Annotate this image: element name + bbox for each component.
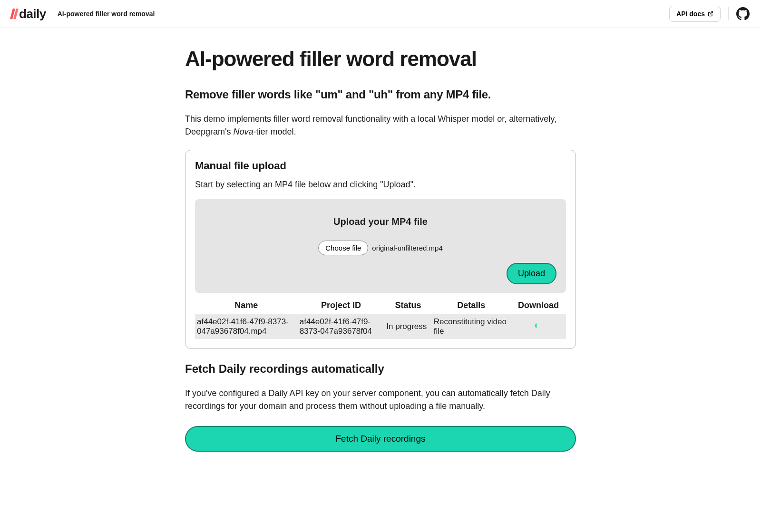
header-right: API docs — [669, 6, 750, 22]
table-header-row: Name Project ID Status Details Download — [195, 297, 566, 314]
fetch-section-title: Fetch Daily recordings automatically — [185, 362, 576, 376]
page-subtitle: Remove filler words like "um" and "uh" f… — [185, 88, 576, 101]
spinner-icon — [535, 322, 542, 329]
upload-card: Manual file upload Start by selecting an… — [185, 150, 576, 349]
github-icon — [736, 7, 750, 20]
upload-button[interactable]: Upload — [507, 263, 556, 284]
api-docs-button[interactable]: API docs — [669, 6, 721, 22]
uploads-table: Name Project ID Status Details Download … — [195, 297, 566, 339]
choose-file-button[interactable]: Choose file — [318, 241, 368, 255]
page-description: This demo implements filler word removal… — [185, 113, 576, 138]
divider — [728, 7, 729, 20]
main-container: AI-powered filler word removal Remove fi… — [174, 28, 587, 480]
upload-card-title: Manual file upload — [195, 160, 566, 172]
th-download: Download — [511, 297, 566, 314]
fetch-recordings-button[interactable]: Fetch Daily recordings — [185, 426, 576, 452]
th-project-id: Project ID — [298, 297, 385, 314]
upload-instruction: Start by selecting an MP4 file below and… — [195, 180, 566, 190]
table-row: af44e02f-41f6-47f9-8373-047a93678f04.mp4… — [195, 314, 566, 339]
external-link-icon — [708, 11, 713, 17]
header-left: daily AI-powered filler word removal — [11, 7, 155, 21]
cell-name: af44e02f-41f6-47f9-8373-047a93678f04.mp4 — [195, 314, 298, 339]
th-details: Details — [432, 297, 511, 314]
logo[interactable]: daily — [11, 7, 46, 21]
file-input-row: Choose file original-unfiltered.mp4 — [318, 241, 442, 255]
upload-label: Upload your MP4 file — [333, 216, 428, 227]
description-em: Nova — [233, 127, 253, 136]
fetch-section-text: If you've configured a Daily API key on … — [185, 387, 576, 413]
description-post: -tier model. — [254, 127, 296, 136]
logo-text: daily — [19, 7, 46, 21]
cell-status: In progress — [384, 314, 432, 339]
page-title: AI-powered filler word removal — [185, 47, 576, 71]
header-subtitle: AI-powered filler word removal — [58, 10, 155, 18]
upload-box: Upload your MP4 file Choose file origina… — [195, 199, 566, 293]
th-status: Status — [384, 297, 432, 314]
header: daily AI-powered filler word removal API… — [0, 0, 761, 28]
th-name: Name — [195, 297, 298, 314]
cell-details: Reconstituting video file — [432, 314, 511, 339]
selected-file-name: original-unfiltered.mp4 — [372, 244, 442, 252]
cell-download — [511, 314, 566, 339]
api-docs-label: API docs — [676, 10, 705, 18]
svg-line-0 — [710, 12, 713, 15]
github-link[interactable] — [736, 7, 750, 20]
upload-button-row: Upload — [205, 263, 556, 284]
cell-project-id: af44e02f-41f6-47f9-8373-047a93678f04 — [298, 314, 385, 339]
logo-icon — [11, 9, 17, 19]
